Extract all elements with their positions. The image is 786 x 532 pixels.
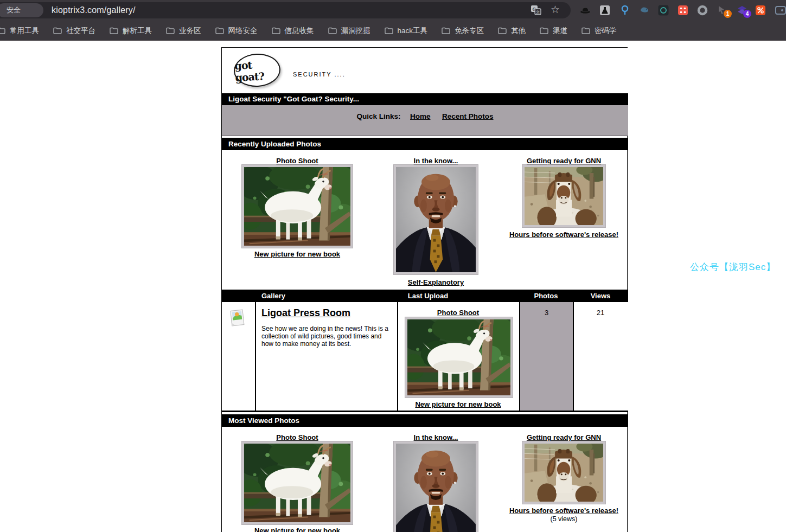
hat-extension-icon[interactable] (579, 4, 591, 16)
photo-goat-gnn[interactable] (522, 164, 606, 228)
photo-goat-fence[interactable] (241, 441, 353, 525)
url-text[interactable]: kioptrix3.com/gallery/ (52, 2, 136, 18)
folder-icon (581, 27, 590, 34)
folder-icon (328, 27, 337, 34)
folder-icon (215, 27, 224, 34)
folder-icon (272, 27, 280, 34)
recent-photos-section: Photo Shoot New picture for new book In … (222, 150, 628, 289)
gallery-name-link[interactable]: Ligoat Press Room (261, 307, 350, 319)
column-header-views: Views (573, 290, 628, 302)
photo-title-link[interactable]: Getting ready for GNN (522, 433, 606, 441)
last-upload-photo-goat-fence[interactable] (405, 317, 513, 398)
percent-extension-icon[interactable] (755, 4, 766, 16)
folder-icon (53, 27, 62, 34)
photo-title-link[interactable]: Photo Shoot (241, 433, 353, 441)
photo-views-note: (5 views) (495, 515, 628, 523)
photo-goat-fence[interactable] (241, 164, 353, 248)
gallery-site-table: got goat? SECURITY .... Ligoat Security … (221, 47, 628, 532)
recently-uploaded-bar: Recently Uploaded Photos (222, 138, 628, 150)
flask-extension-icon[interactable] (599, 4, 611, 16)
photo-man-portrait[interactable] (393, 164, 478, 275)
bookmark-star-icon[interactable]: ☆ (551, 4, 560, 15)
address-bar[interactable]: 安全 kioptrix3.com/gallery/ G 文 ☆ (0, 2, 571, 18)
photo-caption-link[interactable]: Hours before software's release! (495, 507, 628, 515)
bookmark-folder-crypto[interactable]: 密码学 (581, 26, 617, 36)
bookmark-folder-other[interactable]: 其他 (498, 26, 526, 36)
bookmark-folder-business[interactable]: 业务区 (166, 26, 201, 36)
page-content: got goat? SECURITY .... Ligoat Security … (0, 41, 786, 532)
folder-icon (385, 27, 393, 34)
folder-icon (110, 27, 118, 34)
watermark-text: 公众号【泷羽Sec】 (690, 261, 776, 273)
site-header: got goat? SECURITY .... (222, 48, 628, 93)
photo-title-link[interactable]: Photo Shoot (241, 157, 353, 165)
banner-title-bar: Ligoat Security "Got Goat? Security... (222, 93, 628, 105)
bookmark-folder-social[interactable]: 社交平台 (53, 26, 95, 36)
security-chip[interactable]: 安全 (0, 3, 43, 17)
bookmark-folder-recon[interactable]: 信息收集 (272, 26, 314, 36)
dice-extension-icon[interactable] (677, 4, 689, 16)
pin-extension-icon[interactable] (619, 4, 631, 16)
got-goat-logo: got goat? (233, 53, 281, 88)
home-link[interactable]: Home (410, 112, 431, 120)
most-viewed-section: Photo Shoot New picture for new book In … (222, 427, 628, 532)
last-upload-caption-link[interactable]: New picture for new book (397, 400, 519, 408)
bookmark-folder-vuln[interactable]: 漏洞挖掘 (328, 26, 370, 36)
views-count-value: 21 (573, 309, 628, 317)
bookmark-folder-common-tools[interactable]: 常用工具 (0, 26, 39, 36)
gallery-table-header: Gallery Last Upload Photos Views (222, 290, 628, 302)
extension-badge-purple: 4 (743, 10, 751, 18)
photo-caption-link[interactable]: Self-Explanotory (393, 278, 478, 286)
folder-icon (498, 27, 507, 34)
quick-links-label: Quick Links: (356, 112, 400, 120)
last-upload-title-link[interactable]: Photo Shoot (397, 309, 519, 317)
bookmarks-bar: 常用工具 社交平台 解析工具 业务区 网络安全 信息收集 漏洞挖掘 hack工 (0, 21, 786, 41)
photo-man-portrait[interactable] (393, 441, 478, 532)
photos-count-cell (520, 302, 573, 411)
photo-title-link[interactable]: Getting ready for GNN (522, 157, 606, 165)
photo-title-link[interactable]: In the know... (393, 157, 478, 165)
svg-text:文: 文 (536, 10, 540, 15)
folder-icon (442, 27, 450, 34)
photo-title-link[interactable]: In the know... (393, 433, 478, 441)
wallet-extension-icon[interactable] (775, 4, 786, 16)
column-header-photos: Photos (519, 290, 573, 302)
camera-extension-icon[interactable] (657, 4, 669, 16)
photo-goat-gnn[interactable] (522, 441, 606, 504)
gallery-thumbnail-icon (230, 309, 245, 328)
bookmark-folder-av-evasion[interactable]: 免杀专区 (442, 26, 484, 36)
bookmark-folder-netsec[interactable]: 网络安全 (215, 26, 258, 36)
folder-icon (540, 27, 548, 34)
photo-caption-link[interactable]: New picture for new book (241, 250, 353, 258)
recent-photos-link[interactable]: Recent Photos (442, 112, 494, 120)
security-chip-label: 安全 (7, 6, 21, 14)
bookmark-folder-hack-tools[interactable]: hack工具 (385, 26, 428, 36)
extension-badge-orange: 1 (724, 10, 732, 18)
photo-caption-link[interactable]: Hours before software's release! (495, 230, 633, 239)
browser-toolbar: 安全 kioptrix3.com/gallery/ G 文 ☆ (0, 0, 786, 21)
column-header-last-upload: Last Upload (385, 290, 471, 302)
photos-count-value: 3 (520, 309, 573, 317)
translate-icon[interactable]: G 文 (531, 5, 541, 16)
bird-extension-icon[interactable] (638, 4, 650, 16)
site-tagline: SECURITY .... (293, 71, 346, 78)
bookmark-folder-parse-tools[interactable]: 解析工具 (110, 26, 152, 36)
photo-caption-link[interactable]: New picture for new book (241, 527, 353, 532)
column-header-gallery: Gallery (244, 290, 303, 302)
gallery-description: See how we are doing in the news! This i… (261, 325, 394, 348)
ring-extension-icon[interactable] (696, 4, 708, 16)
bookmark-folder-channel[interactable]: 渠道 (540, 26, 567, 36)
folder-icon (166, 27, 175, 34)
most-viewed-bar: Most Viewed Photos (222, 414, 628, 427)
folder-icon (0, 27, 5, 34)
gallery-table-row: Ligoat Press Room See how we are doing i… (222, 302, 628, 412)
quick-links-bar: Quick Links: Home Recent Photos (222, 105, 628, 136)
